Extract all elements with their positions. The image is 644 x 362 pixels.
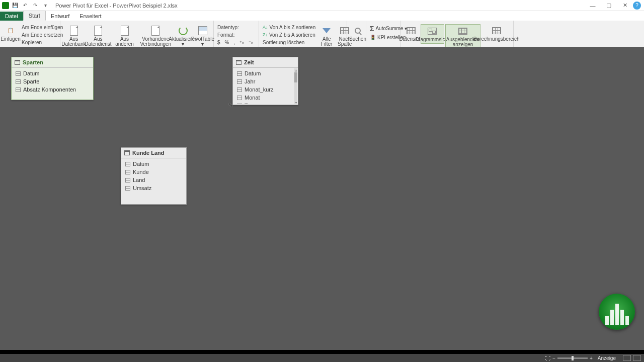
decrease-decimal-button[interactable]: ⁻₀ bbox=[247, 39, 255, 46]
pivottable-button[interactable]: PivotTable ▾ bbox=[194, 24, 211, 48]
status-display-label: Anzeige bbox=[598, 355, 616, 361]
view-mode-diagram-button[interactable] bbox=[633, 355, 641, 361]
zoom-slider[interactable] bbox=[557, 357, 588, 359]
column-icon bbox=[237, 104, 242, 105]
scroll-down-icon[interactable]: ▾ bbox=[294, 101, 297, 104]
scroll-thumb[interactable] bbox=[294, 72, 297, 82]
field-zeit-monatkurz[interactable]: Monat_kurz bbox=[235, 85, 296, 94]
scroll-up-icon[interactable]: ▴ bbox=[294, 68, 297, 72]
view-mode-grid-button[interactable] bbox=[623, 355, 631, 361]
field-zeit-jahr[interactable]: Jahr bbox=[235, 77, 296, 85]
zoom-control[interactable]: ⛶ − + bbox=[545, 355, 593, 361]
field-sparten-datum[interactable]: Datum bbox=[14, 69, 91, 77]
table-icon bbox=[236, 60, 242, 65]
othersource-icon bbox=[121, 26, 129, 36]
format-selector[interactable]: Format: bbox=[216, 32, 257, 38]
maximize-button[interactable]: ▢ bbox=[601, 0, 617, 11]
column-icon bbox=[125, 170, 130, 174]
diagram-view-button[interactable]: Diagrammsicht bbox=[421, 24, 444, 44]
paste-replace-button[interactable]: Am Ende ersetzen bbox=[20, 32, 64, 38]
hidden-icon bbox=[458, 28, 467, 35]
dataview-icon bbox=[407, 27, 416, 34]
minimize-button[interactable]: — bbox=[585, 0, 601, 11]
datatype-selector[interactable]: Datentyp: bbox=[216, 24, 257, 31]
table-zeit[interactable]: Zeit Datum Jahr Monat_kurz Monat Tag ▴ ▾ bbox=[232, 57, 298, 105]
tab-advanced[interactable]: Erweitert bbox=[74, 12, 106, 21]
tab-start[interactable]: Start bbox=[23, 11, 46, 21]
field-kl-umsatz[interactable]: Umsatz bbox=[123, 184, 184, 192]
close-button[interactable]: ✕ bbox=[617, 0, 633, 11]
fit-icon[interactable]: ⛶ bbox=[545, 355, 550, 361]
tab-file[interactable]: Datei bbox=[0, 12, 23, 21]
help-icon[interactable]: ? bbox=[633, 2, 641, 10]
connections-icon bbox=[151, 26, 159, 36]
resize-cursor-icon: ⤡ bbox=[228, 102, 232, 108]
title-bar: 💾 ↶ ↷ ▾ Power Pivot für Excel - PowerPiv… bbox=[0, 0, 644, 11]
table-kundeland-title: Kunde Land bbox=[132, 150, 165, 156]
ribbon: 📋 Einfügen Am Ende einfügen Am Ende erse… bbox=[0, 21, 644, 49]
zoom-in-button[interactable]: + bbox=[590, 355, 593, 361]
qat-customize-icon[interactable]: ▾ bbox=[41, 2, 49, 10]
table-zeit-title: Zeit bbox=[244, 59, 254, 65]
funnel-icon bbox=[323, 28, 331, 33]
column-icon bbox=[16, 71, 21, 76]
paste-append-button[interactable]: Am Ende einfügen bbox=[20, 24, 64, 31]
field-kl-land[interactable]: Land bbox=[123, 176, 184, 184]
refresh-icon bbox=[179, 26, 188, 35]
paste-button[interactable]: 📋 Einfügen bbox=[2, 24, 19, 43]
calc-area-button[interactable]: Berechnungsbereich bbox=[481, 24, 511, 43]
field-sparten-absatz[interactable]: Absatz Komponenten bbox=[14, 85, 91, 94]
sigma-icon: Σ bbox=[370, 25, 374, 33]
watermark-logo bbox=[599, 294, 635, 330]
calcarea-icon bbox=[492, 27, 501, 34]
qat-save-icon[interactable]: 💾 bbox=[11, 2, 19, 10]
tab-design[interactable]: Entwurf bbox=[46, 12, 74, 21]
refresh-button[interactable]: Aktualisieren ▾ bbox=[173, 24, 193, 48]
column-icon bbox=[237, 71, 242, 76]
currency-button[interactable]: $ bbox=[216, 39, 222, 46]
field-kl-datum[interactable]: Datum bbox=[123, 160, 184, 168]
table-icon bbox=[15, 60, 20, 65]
field-zeit-monat[interactable]: Monat bbox=[235, 94, 296, 102]
sort-az-button[interactable]: A↓Von A bis Z sortieren bbox=[261, 24, 317, 31]
field-sparten-sparte[interactable]: Sparte bbox=[14, 77, 91, 85]
copy-button[interactable]: Kopieren bbox=[20, 39, 64, 46]
zoom-knob[interactable] bbox=[572, 356, 574, 360]
field-zeit-tag[interactable]: Tag bbox=[235, 102, 296, 104]
app-icon bbox=[2, 2, 9, 9]
table-sparten-title: Sparten bbox=[23, 59, 43, 65]
search-icon bbox=[355, 28, 361, 34]
dataservice-icon bbox=[94, 26, 102, 36]
sort-za-icon: Z↓ bbox=[263, 32, 268, 37]
field-zeit-datum[interactable]: Datum bbox=[235, 69, 296, 77]
ribbon-tabstrip: Datei Start Entwurf Erweitert bbox=[0, 11, 644, 21]
column-icon bbox=[125, 178, 130, 183]
qat-undo-icon[interactable]: ↶ bbox=[21, 2, 29, 10]
increase-decimal-button[interactable]: ⁺₀ bbox=[238, 39, 246, 46]
column-icon bbox=[237, 87, 242, 92]
database-icon bbox=[70, 26, 78, 36]
column-icon bbox=[125, 186, 130, 191]
status-bar: ⛶ − + Anzeige bbox=[0, 354, 644, 362]
table-kundeland[interactable]: Kunde Land Datum Kunde Land Umsatz bbox=[121, 147, 187, 205]
column-icon bbox=[16, 79, 21, 84]
window-title: Power Pivot für Excel - PowerPivot Beisp… bbox=[55, 3, 178, 9]
table-icon bbox=[124, 150, 130, 155]
sort-za-button[interactable]: Z↓Von Z bis A sortieren bbox=[261, 32, 317, 38]
zoom-out-button[interactable]: − bbox=[552, 355, 555, 361]
field-kl-kunde[interactable]: Kunde bbox=[123, 168, 184, 176]
column-icon bbox=[125, 162, 130, 166]
qat-redo-icon[interactable]: ↷ bbox=[31, 2, 39, 10]
diagram-canvas[interactable]: Sparten Datum Sparte Absatz Komponenten … bbox=[0, 47, 644, 350]
find-button[interactable]: Suchen bbox=[349, 24, 366, 43]
table-sparten[interactable]: Sparten Datum Sparte Absatz Komponenten bbox=[11, 57, 94, 100]
percent-button[interactable]: % bbox=[223, 39, 231, 46]
column-icon bbox=[237, 79, 242, 84]
clear-sort-button[interactable]: Sortierung löschen bbox=[261, 39, 317, 46]
column-icon bbox=[237, 96, 242, 100]
sort-az-icon: A↓ bbox=[263, 25, 268, 30]
table-zeit-scrollbar[interactable]: ▴ ▾ bbox=[294, 68, 297, 104]
comma-button[interactable]: , bbox=[232, 39, 236, 46]
diagramview-icon bbox=[428, 28, 437, 35]
existing-connections-button[interactable]: Vorhandene Verbindungen bbox=[139, 24, 172, 48]
